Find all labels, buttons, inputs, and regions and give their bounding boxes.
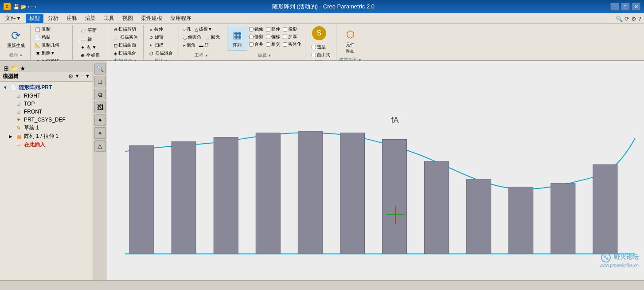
quick-open-icon[interactable]: 📂	[20, 4, 27, 10]
root-expand-icon[interactable]: ▼	[3, 85, 8, 90]
menu-view[interactable]: 视图	[119, 14, 137, 23]
copy-geom-button[interactable]: 📐复制几何	[33, 42, 61, 49]
tree-item-array1[interactable]: ▶ ▦ 阵列 1 / 拉伸 1	[1, 132, 92, 141]
undo-icon[interactable]: ↩	[27, 4, 31, 10]
paste-button[interactable]: 📄粘贴	[33, 34, 52, 41]
offset-checkbox[interactable]	[266, 35, 270, 39]
tree-more-icon[interactable]: ▼	[85, 73, 90, 80]
menu-model[interactable]: 模型	[26, 14, 43, 23]
hole-button[interactable]: ○孔	[182, 26, 192, 33]
draft-button[interactable]: △拔模▼	[193, 26, 214, 33]
sweep2-button[interactable]: ⤷扫描	[148, 42, 165, 49]
operations-label[interactable]: 操作 ▼	[9, 52, 23, 59]
freeform-check[interactable]: 自由式	[311, 51, 331, 59]
thicken-check[interactable]: 加厚	[282, 33, 302, 40]
blend-button[interactable]: ⬡扫描混合	[148, 50, 174, 57]
trim-checkbox[interactable]	[249, 35, 254, 39]
merge-checkbox[interactable]	[249, 42, 254, 47]
trim-check[interactable]: 修剪	[248, 33, 264, 40]
zoom-rect-button[interactable]: □	[94, 76, 106, 87]
sweep-surface-button[interactable]: ◻扫描曲面	[113, 42, 137, 49]
tree-item-front[interactable]: ⊿ FRONT	[1, 108, 92, 116]
menu-tools[interactable]: 工具	[100, 14, 118, 23]
pan-button[interactable]: ⌖	[94, 127, 106, 139]
refresh-top-icon[interactable]: ⟳	[624, 16, 629, 22]
tree-columns-icon[interactable]: ≡	[81, 73, 84, 80]
plane-button[interactable]: ▱平面	[79, 26, 98, 35]
csys-button[interactable]: ⊕坐标系	[79, 52, 101, 59]
settings-top-icon[interactable]: ⚙	[631, 16, 636, 22]
component-interface-button[interactable]: ⬡ 元件界面	[340, 26, 360, 56]
extrude-button[interactable]: ⬦拉伸	[148, 26, 164, 33]
saved-views-button[interactable]: 🖼	[94, 102, 106, 113]
tree-item-root[interactable]: ▼ 📄 随形阵列.PRT	[1, 83, 92, 92]
tree-dropdown-icon[interactable]: ▼	[75, 73, 80, 80]
pillar-7	[382, 140, 407, 254]
copy-button[interactable]: 📋复制	[33, 26, 52, 33]
tree-item-insert[interactable]: → 在此插入	[1, 141, 92, 149]
mirror-checkbox[interactable]	[249, 27, 254, 31]
tree-item-top[interactable]: ⊿ TOP	[1, 100, 92, 108]
menu-flexible[interactable]: 柔性建模	[137, 14, 166, 23]
style-checkbox[interactable]	[312, 45, 316, 49]
maximize-button[interactable]: □	[621, 3, 630, 11]
viewport[interactable]: fA 🐾 野火论坛 www.proewildfire.cn	[107, 61, 644, 280]
search-top-icon[interactable]: 🔍	[616, 16, 623, 22]
thicken-checkbox[interactable]	[283, 35, 287, 39]
tree-view-icon[interactable]: 📁	[11, 65, 18, 72]
ribbon-group-operations: ⟳ 重新生成 操作 ▼	[2, 25, 31, 59]
minimize-button[interactable]: ─	[610, 3, 619, 11]
tree-item-csys[interactable]: ✦ PRT_CSYS_DEF	[1, 116, 92, 124]
edit-label[interactable]: 编辑 ▼	[258, 52, 272, 59]
rib-button[interactable]: ▬筋	[198, 42, 210, 49]
project-checkbox[interactable]	[283, 27, 287, 31]
tree-settings-icon[interactable]: ⚙	[68, 73, 74, 80]
axis-button[interactable]: —轴	[79, 36, 93, 43]
menu-file[interactable]: 文件▼	[2, 14, 25, 23]
quick-save-icon[interactable]: 💾	[13, 4, 20, 10]
tree-item-right[interactable]: ⊿ RIGHT	[1, 92, 92, 100]
sweep-solid-button[interactable]: ⬜扫描实体	[113, 34, 139, 41]
star-view-icon[interactable]: ★	[20, 65, 26, 72]
style-check[interactable]: 造型	[311, 43, 327, 51]
engineering-label[interactable]: 工程 ▼	[195, 52, 208, 59]
freeform-checkbox[interactable]	[312, 53, 316, 57]
grid-view-icon[interactable]: ⊞	[4, 65, 9, 72]
revolve-button[interactable]: ↺旋转	[148, 34, 165, 41]
spin-button[interactable]: ✦	[94, 114, 106, 126]
tree-item-sketch1[interactable]: ✎ 草绘 1	[1, 124, 92, 132]
array-button[interactable]: ▦ 阵列	[227, 26, 247, 51]
shell-button[interactable]: ⬜回壳	[203, 34, 221, 41]
style-button[interactable]: S	[311, 26, 328, 41]
menu-analysis[interactable]: 分析	[44, 14, 62, 23]
close-button[interactable]: ✕	[632, 3, 640, 11]
chamfer-round-button[interactable]: ◡倒圆角	[182, 34, 203, 41]
sweep-blend-button[interactable]: ◈扫描混合	[113, 50, 137, 57]
sweep-cut-button[interactable]: ⊖扫描剪切	[113, 26, 137, 33]
project-check[interactable]: 投影	[282, 26, 302, 33]
solidify-checkbox[interactable]	[283, 42, 287, 47]
regenerate-button[interactable]: ⟳ 重新生成	[4, 27, 27, 51]
extend-check[interactable]: 延伸	[265, 26, 281, 33]
menu-render[interactable]: 渲染	[82, 14, 99, 23]
array1-expand-icon[interactable]: ▶	[8, 134, 13, 139]
pillar-8	[425, 161, 449, 254]
window-controls[interactable]: ─ □ ✕	[610, 3, 640, 11]
repaint-button[interactable]: ⧉	[94, 89, 106, 100]
zoom-fit-button[interactable]: 🔍	[94, 63, 106, 74]
point-button[interactable]: ✦点 ▼	[79, 44, 98, 51]
intersect-check[interactable]: 相交	[265, 41, 281, 48]
chamfer-button[interactable]: ⌐倒角	[182, 42, 197, 49]
help-top-icon[interactable]: ?	[638, 16, 641, 22]
delete-button[interactable]: ✖删除▼	[33, 50, 56, 57]
menu-annotation[interactable]: 注释	[63, 14, 81, 23]
solidify-check[interactable]: 实体化	[282, 41, 302, 48]
offset-check[interactable]: 偏移	[265, 33, 281, 40]
redo-icon[interactable]: ↪	[32, 4, 36, 10]
orient-button[interactable]: △	[94, 140, 106, 152]
intersect-checkbox[interactable]	[266, 42, 270, 47]
menu-apps[interactable]: 应用程序	[167, 14, 195, 23]
merge-check[interactable]: 合并	[248, 41, 264, 48]
extend-checkbox[interactable]	[266, 27, 270, 31]
mirror-check[interactable]: 镜像	[248, 26, 264, 33]
